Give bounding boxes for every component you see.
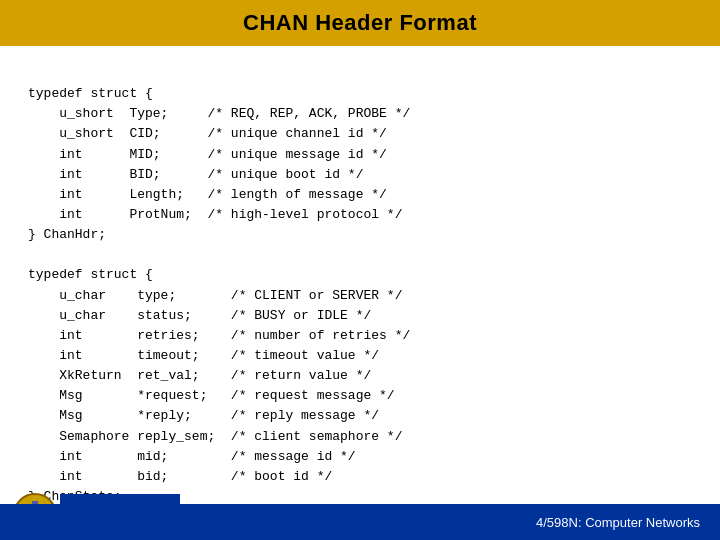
title-bar: CHAN Header Format: [0, 0, 720, 46]
footer-text: 4/598N: Computer Networks: [536, 515, 700, 530]
code-section-1: typedef struct { u_short Type; /* REQ, R…: [28, 64, 692, 506]
footer-blue-bar: [60, 494, 180, 504]
page-title: CHAN Header Format: [243, 10, 477, 35]
footer: 4/598N: Computer Networks: [0, 504, 720, 540]
main-content: typedef struct { u_short Type; /* REQ, R…: [0, 46, 720, 506]
